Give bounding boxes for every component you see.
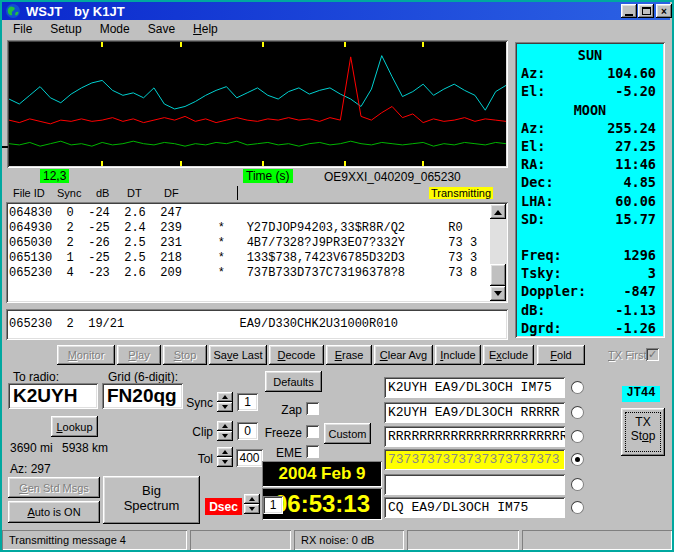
spin-down-icon[interactable] bbox=[244, 504, 260, 514]
window-title: WSJT bbox=[26, 4, 62, 19]
dsec-stepper[interactable] bbox=[244, 494, 260, 514]
decode-row: 064830 0 -24 2.6 247 bbox=[9, 206, 488, 221]
message-field[interactable] bbox=[384, 474, 565, 495]
decode-scrollbar[interactable] bbox=[490, 204, 506, 301]
erase-button[interactable]: Erase bbox=[326, 345, 372, 365]
status-transmitting: Transmitting message 4 bbox=[2, 530, 187, 550]
message-radio[interactable] bbox=[571, 430, 584, 443]
message-radio[interactable] bbox=[571, 501, 584, 514]
recording-file-label: OE9XXI_040209_065230 bbox=[324, 170, 461, 184]
menu-file[interactable]: File bbox=[4, 20, 41, 38]
status-panel-4 bbox=[407, 530, 519, 550]
minimize-button[interactable] bbox=[621, 4, 637, 18]
moon-header: MOON bbox=[515, 101, 665, 119]
zap-checkbox[interactable] bbox=[306, 402, 319, 415]
message-field[interactable]: CQ EA9/DL3OCH IM75 bbox=[384, 497, 565, 518]
app-globe-icon bbox=[6, 4, 20, 21]
spin-up-icon[interactable] bbox=[217, 421, 233, 431]
dsec-value[interactable]: 1 bbox=[263, 496, 283, 514]
sync-stepper[interactable] bbox=[217, 392, 233, 412]
decode-button[interactable]: Decode bbox=[269, 345, 324, 365]
tx-stop-button[interactable]: TX Stop bbox=[621, 408, 665, 456]
grid-label: Grid (6-digit): bbox=[108, 370, 178, 384]
scrollbar-thumb[interactable] bbox=[490, 264, 506, 286]
big-spectrum-line2: Spectrum bbox=[103, 498, 200, 513]
menu-save[interactable]: Save bbox=[139, 20, 184, 38]
message-radio[interactable] bbox=[571, 453, 584, 466]
message-radio[interactable] bbox=[571, 406, 584, 419]
message-field[interactable]: 7373737373737373737373 bbox=[384, 449, 565, 470]
time-tick bbox=[262, 42, 264, 47]
stop-button[interactable]: Stop bbox=[163, 345, 207, 365]
maximize-icon bbox=[642, 7, 651, 15]
gen-std-msgs-button[interactable]: Gen Std Msgs bbox=[8, 477, 100, 498]
zap-label: Zap bbox=[250, 403, 302, 417]
moon-dec: 4.85 bbox=[623, 173, 656, 191]
moon-ra: 11:46 bbox=[615, 155, 656, 173]
message-field[interactable]: RRRRRRRRRRRRRRRRRRRRRRR bbox=[384, 426, 565, 447]
mode-badge: JT44 bbox=[622, 386, 660, 402]
scroll-up-button[interactable] bbox=[490, 204, 506, 219]
defaults-button[interactable]: Defaults bbox=[265, 371, 322, 392]
sun-header: SUN bbox=[515, 46, 665, 64]
blank-row bbox=[515, 228, 665, 246]
play-button[interactable]: Play bbox=[117, 345, 161, 365]
status-panel-5 bbox=[522, 530, 672, 550]
tx-first-checkbox[interactable] bbox=[646, 348, 659, 361]
lookup-button[interactable]: Lookup bbox=[51, 416, 98, 437]
graph-traces bbox=[9, 42, 506, 166]
decoded-text-box[interactable]: 064830 0 -24 2.6 247 064930 2 -25 2.4 23… bbox=[6, 202, 508, 303]
include-button[interactable]: Include bbox=[435, 345, 481, 365]
scroll-down-button[interactable] bbox=[490, 286, 506, 301]
message-radio[interactable] bbox=[571, 478, 584, 491]
time-tick bbox=[422, 161, 424, 166]
sun-el: -5.20 bbox=[615, 82, 656, 100]
decode-row: 065230 4 -23 2.6 209 * 737B733D737C73196… bbox=[9, 266, 488, 281]
fold-button[interactable]: Fold bbox=[537, 345, 585, 365]
menu-help[interactable]: Help bbox=[184, 20, 227, 38]
save-last-button[interactable]: Save Last bbox=[209, 345, 267, 365]
menu-bar: File Setup Mode Save Help bbox=[2, 20, 670, 38]
col-dt: DT bbox=[127, 187, 142, 199]
menu-setup[interactable]: Setup bbox=[41, 20, 90, 38]
spectrum-graph bbox=[7, 40, 508, 168]
average-text-box[interactable]: 065230 2 19/21 EA9/D330CHK2U31000R010 bbox=[6, 309, 508, 340]
exclude-button[interactable]: Exclude bbox=[483, 345, 534, 365]
close-button[interactable]: × bbox=[656, 4, 672, 18]
doppler-value: -847 bbox=[623, 282, 656, 300]
eme-checkbox[interactable] bbox=[306, 445, 319, 458]
spin-down-icon[interactable] bbox=[217, 431, 233, 441]
time-tick bbox=[101, 42, 103, 47]
clear-avg-button[interactable]: Clear Avg bbox=[374, 345, 433, 365]
sun-az: 104.60 bbox=[607, 64, 656, 82]
spin-up-icon[interactable] bbox=[244, 494, 260, 504]
big-spectrum-button[interactable]: Big Spectrum bbox=[103, 476, 200, 524]
freeze-checkbox[interactable] bbox=[306, 425, 319, 438]
to-radio-input[interactable] bbox=[8, 383, 98, 409]
big-spectrum-line1: Big bbox=[103, 483, 200, 498]
freeze-label: Freeze bbox=[250, 426, 302, 440]
message-field[interactable]: K2UYH EA9/DL3OCH RRRRR bbox=[384, 402, 565, 423]
spin-up-icon[interactable] bbox=[217, 447, 233, 457]
axis-zero-tick bbox=[1, 146, 8, 148]
message-field[interactable]: K2UYH EA9/DL3OCH IM75 bbox=[384, 377, 565, 398]
menu-mode[interactable]: Mode bbox=[91, 20, 139, 38]
maximize-button[interactable] bbox=[638, 4, 654, 18]
distance-km: 5938 km bbox=[62, 441, 108, 455]
spin-down-icon[interactable] bbox=[217, 402, 233, 412]
azimuth-label: Az: 297 bbox=[10, 462, 51, 476]
freq-offset-label: 12,3 bbox=[40, 169, 69, 183]
status-rx-noise: RX noise: 0 dB bbox=[294, 530, 404, 550]
auto-toggle-button[interactable]: Auto is ON bbox=[8, 501, 100, 523]
col-file-id: File ID bbox=[13, 187, 45, 199]
clip-stepper[interactable] bbox=[217, 421, 233, 441]
moon-sd: 15.77 bbox=[615, 210, 656, 228]
spin-down-icon[interactable] bbox=[217, 457, 233, 467]
spin-up-icon[interactable] bbox=[217, 392, 233, 402]
time-tick bbox=[180, 161, 182, 166]
custom-button[interactable]: Custom bbox=[324, 423, 371, 444]
message-radio[interactable] bbox=[571, 381, 584, 394]
tol-stepper[interactable] bbox=[217, 447, 233, 467]
monitor-button[interactable]: Monitor bbox=[57, 345, 115, 365]
average-line: 065230 2 19/21 EA9/D330CHK2U31000R010 bbox=[9, 317, 398, 332]
